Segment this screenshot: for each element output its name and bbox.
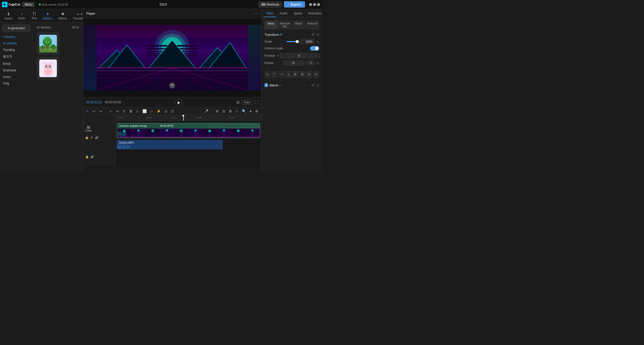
loop-button[interactable]: ⊹ (234, 109, 239, 114)
split-button[interactable]: ⊢ (108, 109, 113, 114)
cover-button[interactable]: ▤ Cover (85, 125, 92, 132)
audio-volume-icon[interactable]: 🔊 (90, 155, 94, 159)
grid-view-button[interactable]: ⊞ (237, 100, 240, 104)
audio-track-icon[interactable]: 🔊 (95, 136, 99, 139)
freeze-button[interactable]: ▷ (149, 109, 154, 114)
lock-video-icon[interactable]: 🔓 (85, 136, 89, 139)
right-tab-audio[interactable]: Audio (277, 10, 290, 17)
uniform-scale-toggle[interactable] (310, 46, 319, 51)
x-up-arrow[interactable]: ▲ (319, 53, 321, 56)
category-icons[interactable]: Icons (0, 74, 32, 80)
svg-point-6 (51, 44, 56, 49)
tab-import[interactable]: ⬇ Import (2, 10, 15, 21)
crop-button[interactable]: ⬜ (141, 109, 148, 114)
keyframe-button[interactable]: ◇ (135, 109, 140, 114)
main-container: ⬇ Import ♪ Audio TI Text ✦ Stickers ✸ Ef… (0, 9, 322, 173)
timeline-main[interactable]: 00:00 00:10 00:20 00:30 00:40 00:50 01:0… (116, 115, 261, 166)
mirror-h-button[interactable]: ⇔ (115, 109, 120, 114)
rotate-input[interactable]: 0° (284, 60, 304, 66)
tab-text[interactable]: TI Text (29, 10, 39, 21)
minimize-button[interactable] (309, 3, 312, 6)
blend-checkbox[interactable]: ✓ (264, 83, 268, 87)
stickers-section-header[interactable]: ▾ Stickers (0, 34, 32, 40)
link-button[interactable]: ⊟ (221, 109, 226, 114)
align-top-button[interactable]: ⊥ (285, 71, 291, 78)
eye-icon[interactable]: 👁 (90, 136, 93, 139)
sticker-item[interactable] (37, 57, 59, 80)
sub-tab-retouch[interactable]: Retouch (306, 20, 319, 29)
category-trending[interactable]: Trending (0, 47, 32, 53)
category-ai-stickers[interactable]: AI stickers (0, 40, 32, 47)
player-menu-button[interactable]: ⋯ (254, 11, 258, 16)
transform-reset-button[interactable]: ↺ (311, 33, 314, 37)
undo-button[interactable]: ↩ (92, 109, 97, 114)
player-camera-icon[interactable]: 📷 (169, 82, 175, 88)
audio-track[interactable]: 0318(1).MP3 (117, 140, 222, 149)
tab-stickers-label: Stickers (43, 17, 53, 20)
scale-value-input[interactable]: 100% (299, 39, 314, 44)
category-zhongyuejie[interactable]: 斋月节 (0, 53, 32, 60)
slider-thumb[interactable] (296, 40, 299, 43)
right-tab-speed[interactable]: Speed (291, 10, 305, 17)
align-center-h-button[interactable]: ⊤ (272, 71, 278, 78)
shortcuts-button[interactable]: ⌨ Shortcuts (258, 2, 282, 8)
rotate-reset-button[interactable]: ↺ (308, 60, 314, 66)
window-controls (309, 3, 320, 6)
tab-audio[interactable]: ♪ Audio (16, 10, 28, 21)
unlink-button[interactable]: ⊠ (228, 109, 233, 114)
category-emoji[interactable]: Emoji (0, 60, 32, 67)
rotate-diamond-button[interactable]: ◇ (316, 61, 319, 65)
align-bottom-button[interactable]: ⊗ (299, 71, 305, 78)
rotate-up-arrow[interactable]: ▲ (305, 60, 307, 63)
sub-tab-basic[interactable]: Basic (264, 20, 278, 29)
distribute-h-button[interactable]: ⊙ (306, 71, 312, 78)
align-left-button[interactable]: ⊢ (264, 71, 271, 78)
ratio-button[interactable]: Ratio (242, 100, 253, 105)
menu-button[interactable]: Menu (22, 2, 35, 7)
tab-stickers[interactable]: ✦ Stickers (40, 10, 55, 21)
zoom-level[interactable]: ● (249, 109, 253, 114)
transform-diamond-button[interactable]: ◇ (316, 33, 319, 37)
mirror-v-button[interactable]: ⇕ (122, 109, 127, 114)
timeline-settings[interactable]: ⊕ (254, 109, 259, 114)
redo-button[interactable]: ↪ (98, 109, 103, 114)
x-down-arrow[interactable]: ▼ (319, 56, 321, 58)
ruler-mark-10: 00:10 (146, 116, 152, 119)
distribute-v-button[interactable]: ⊘ (313, 71, 319, 78)
sticker-item[interactable] (37, 32, 59, 55)
mic-button[interactable]: 🎤 (203, 109, 209, 114)
category-vlog[interactable]: Vlog (0, 80, 32, 87)
x-input[interactable]: 0 (280, 53, 318, 58)
snap-button[interactable]: ⊞ (215, 109, 220, 114)
scale-diamond-button[interactable]: ◇ (316, 40, 319, 44)
blend-diamond-button[interactable]: ◇ (316, 83, 319, 87)
video-track[interactable]: Dynamic angular change 00:00:30:00 (117, 123, 260, 138)
play-button[interactable]: ▶ (175, 99, 182, 106)
tab-effects[interactable]: ✸ Effects (56, 10, 69, 21)
select-tool[interactable]: ↖ (85, 109, 90, 114)
scale-slider[interactable] (287, 41, 297, 42)
audio-detach-button[interactable]: ⚡ (156, 109, 162, 114)
export-button[interactable]: ↑ Export (284, 1, 305, 8)
sub-tab-mask[interactable]: Mask (292, 20, 306, 29)
category-emphasis[interactable]: Emphasis (0, 67, 32, 74)
close-button[interactable] (317, 3, 320, 6)
lock-audio-icon[interactable]: 🔒 (85, 155, 89, 159)
rotate-down-arrow[interactable]: ▼ (305, 63, 307, 66)
sticker-sidebar-content: AI generated ▾ Stickers AI stickers Tren… (0, 23, 83, 173)
right-tab-animation[interactable]: Animation (306, 10, 322, 17)
right-tab-video[interactable]: Video (263, 10, 276, 17)
align-center-v-button[interactable]: ⊕ (292, 71, 298, 78)
transform-tl-button[interactable]: ⊡ (170, 109, 175, 114)
zoom-out-button[interactable]: 🔍 (241, 109, 247, 114)
filter-all-label[interactable]: All ⊟ (72, 26, 79, 29)
fullscreen-button[interactable]: ⛶ (255, 100, 258, 104)
beat-button[interactable]: ◎ (163, 109, 168, 114)
align-right-button[interactable]: ⊣ (278, 71, 284, 78)
ai-generated-button[interactable]: AI generated (2, 25, 30, 32)
blend-reset-button[interactable]: ↺ (311, 83, 314, 87)
delete-button[interactable]: 🗑 (128, 109, 134, 114)
playhead[interactable] (183, 115, 184, 121)
maximize-button[interactable] (313, 3, 316, 6)
sub-tab-remove-bg[interactable]: Remove BG (278, 20, 292, 29)
